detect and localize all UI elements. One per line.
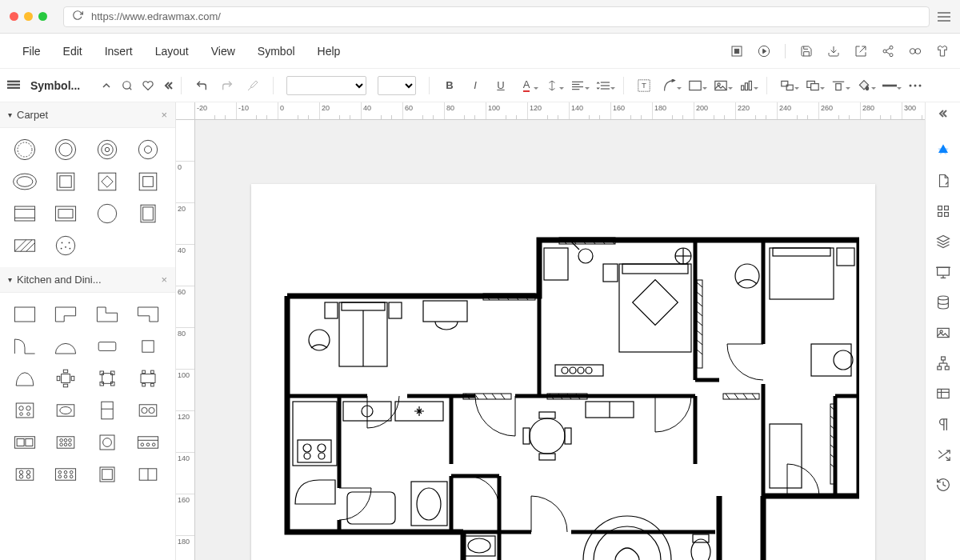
shape-sink-2[interactable] xyxy=(8,429,42,456)
menu-symbol[interactable]: Symbol xyxy=(246,40,306,62)
line-spacing-icon[interactable] xyxy=(596,78,610,93)
shape-sink-1[interactable] xyxy=(49,397,82,424)
shape-carpet-round-3[interactable] xyxy=(90,136,124,163)
undo-icon[interactable] xyxy=(194,78,209,93)
arrange-icon[interactable] xyxy=(806,78,820,93)
shape-stove-2[interactable] xyxy=(49,429,82,456)
font-family-select[interactable] xyxy=(286,76,366,95)
shape-carpet-rect-3[interactable] xyxy=(8,200,42,227)
chevron-up-icon[interactable] xyxy=(99,78,114,93)
collapse-icon[interactable] xyxy=(162,78,176,93)
save-icon[interactable] xyxy=(800,45,813,58)
image-icon[interactable] xyxy=(714,78,728,93)
bold-icon[interactable]: B xyxy=(442,78,457,93)
menu-file[interactable]: File xyxy=(11,40,52,62)
shape-cooktop-6[interactable] xyxy=(49,461,82,488)
share-icon[interactable] xyxy=(882,45,894,58)
library-icon[interactable] xyxy=(6,78,21,93)
floor-plan-drawing[interactable] xyxy=(283,216,859,560)
shape-carpet-rect-1[interactable] xyxy=(49,168,82,195)
browser-menu-icon[interactable] xyxy=(938,12,950,22)
export-icon[interactable] xyxy=(854,45,867,58)
database-icon[interactable] xyxy=(935,294,951,310)
italic-icon[interactable]: I xyxy=(468,78,482,93)
shape-cooktop[interactable] xyxy=(131,397,165,424)
hierarchy-icon[interactable] xyxy=(935,355,951,371)
shape-carpet-circle[interactable] xyxy=(90,200,124,227)
fill-icon[interactable] xyxy=(857,78,871,93)
drawing-page[interactable] xyxy=(251,184,875,560)
menu-edit[interactable]: Edit xyxy=(52,40,94,62)
shape-table-rect[interactable] xyxy=(90,333,124,360)
table-icon[interactable] xyxy=(935,386,951,402)
shape-counter-1[interactable] xyxy=(8,301,42,328)
shape-stove-1[interactable] xyxy=(8,397,42,424)
shape-cooktop-4[interactable] xyxy=(8,461,42,488)
focus-icon[interactable] xyxy=(730,45,743,58)
shape-carpet-round-4[interactable] xyxy=(131,136,165,163)
download-icon[interactable] xyxy=(827,45,840,58)
panel-kitchen-header[interactable]: ▾ Kitchen and Dini... × xyxy=(0,267,175,293)
shape-carpet-rect-4[interactable] xyxy=(49,200,82,227)
shape-table-half[interactable] xyxy=(8,365,42,392)
picture-icon[interactable] xyxy=(935,325,951,341)
canvas-viewport[interactable] xyxy=(195,120,925,560)
theme-icon[interactable] xyxy=(935,142,951,158)
shape-counter-l2[interactable] xyxy=(90,301,124,328)
menu-help[interactable]: Help xyxy=(306,40,352,62)
slideshow-icon[interactable] xyxy=(935,264,951,280)
view-icon[interactable] xyxy=(909,45,922,58)
font-size-select[interactable] xyxy=(378,76,416,95)
shape-carpet-oval[interactable] xyxy=(8,168,42,195)
more-icon[interactable] xyxy=(908,78,922,93)
shape-carpet-diamond[interactable] xyxy=(90,168,124,195)
line-style-icon[interactable] xyxy=(882,78,897,93)
shape-appliance-1[interactable] xyxy=(90,461,124,488)
address-bar[interactable]: https://www.edrawmax.com/ xyxy=(63,6,930,27)
shirt-icon[interactable] xyxy=(936,45,949,58)
shape-dining-4a[interactable] xyxy=(49,365,82,392)
layers-icon[interactable] xyxy=(935,234,951,250)
shape-rect-icon[interactable] xyxy=(688,78,702,93)
redo-icon[interactable] xyxy=(220,78,234,93)
chart-icon[interactable] xyxy=(739,78,754,93)
play-icon[interactable] xyxy=(758,45,770,58)
heart-icon[interactable] xyxy=(141,78,155,93)
menu-layout[interactable]: Layout xyxy=(144,40,200,62)
shape-dining-6[interactable] xyxy=(131,365,165,392)
panel-carpet-header[interactable]: ▾ Carpet × xyxy=(0,102,175,128)
align-icon[interactable] xyxy=(570,78,585,93)
shape-carpet-rect-5[interactable] xyxy=(131,200,165,227)
shape-carpet-round-1[interactable] xyxy=(8,136,42,163)
shape-carpet-dots[interactable] xyxy=(49,232,82,259)
paragraph-icon[interactable] xyxy=(935,416,951,432)
close-window-button[interactable] xyxy=(10,12,18,21)
panel-close-icon[interactable]: × xyxy=(161,274,167,286)
shape-dining-4b[interactable] xyxy=(90,365,124,392)
shuffle-icon[interactable] xyxy=(935,446,951,462)
reload-icon[interactable] xyxy=(72,10,83,23)
shape-range[interactable] xyxy=(131,429,165,456)
font-color-icon[interactable]: A xyxy=(519,78,534,93)
shape-table-square[interactable] xyxy=(131,333,165,360)
minimize-window-button[interactable] xyxy=(24,12,33,21)
search-icon[interactable] xyxy=(120,78,134,93)
history-icon[interactable] xyxy=(935,477,951,493)
highlight-icon[interactable] xyxy=(545,78,559,93)
shape-oven[interactable] xyxy=(90,429,124,456)
page-icon[interactable] xyxy=(935,173,951,189)
shape-counter-curve[interactable] xyxy=(8,333,42,360)
shape-carpet-rect-2[interactable] xyxy=(131,168,165,195)
shape-carpet-hatch[interactable] xyxy=(8,232,42,259)
format-painter-icon[interactable] xyxy=(246,78,260,93)
menu-insert[interactable]: Insert xyxy=(94,40,144,62)
align-objects-icon[interactable] xyxy=(831,78,846,93)
group-icon[interactable] xyxy=(780,78,794,93)
panel-close-icon[interactable]: × xyxy=(161,109,167,121)
shape-counter-l3[interactable] xyxy=(131,301,165,328)
shape-carpet-round-2[interactable] xyxy=(49,136,82,163)
shape-counter-l1[interactable] xyxy=(49,301,82,328)
connector-icon[interactable] xyxy=(662,78,677,93)
shape-counter-round[interactable] xyxy=(49,333,82,360)
rail-collapse-icon[interactable] xyxy=(938,109,949,125)
